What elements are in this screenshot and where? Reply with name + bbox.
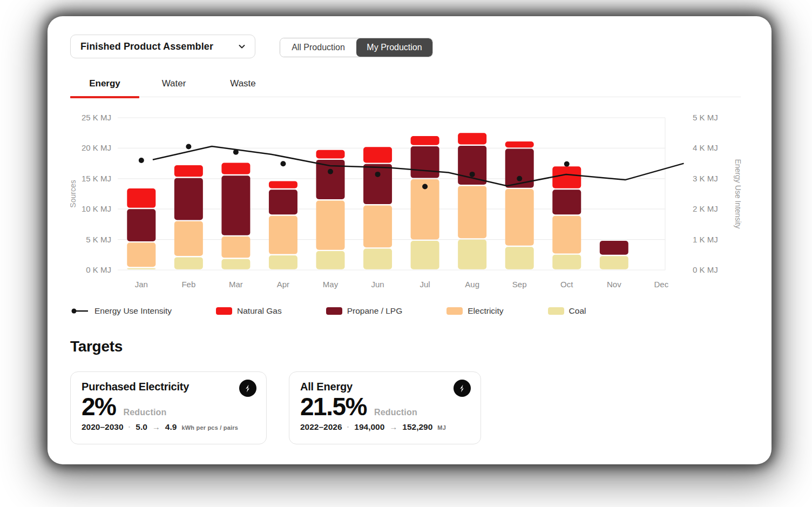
bar-segment-natural-gas[interactable]	[552, 166, 581, 188]
bar-segment-propane-lpg[interactable]	[269, 190, 297, 214]
bar-segment-propane-lpg[interactable]	[127, 209, 155, 241]
bar-segment-coal[interactable]	[221, 259, 250, 269]
target-percent: 2%	[82, 394, 116, 420]
month-label: Sep	[512, 280, 527, 289]
bar-segment-natural-gas[interactable]	[505, 141, 534, 147]
target-from-value: 5.0	[136, 422, 147, 432]
arrow-right-icon: →	[389, 422, 397, 431]
target-card-title: All Energy	[300, 381, 470, 393]
toggle-all-production[interactable]: All Production	[280, 38, 356, 57]
month-label: Dec	[654, 280, 669, 289]
legend-item-propane-lpg[interactable]: Propane / LPG	[326, 306, 403, 316]
bar-segment-electricity[interactable]	[269, 216, 297, 254]
energy-use-intensity-dot	[422, 184, 428, 189]
month-label: Nov	[607, 280, 621, 289]
separator-dot: ·	[128, 423, 131, 431]
bar-segment-propane-lpg[interactable]	[458, 146, 486, 185]
right-axis-tick-label: 4 K MJ	[693, 143, 718, 152]
bar-segment-coal[interactable]	[505, 247, 534, 269]
bar-segment-coal[interactable]	[269, 255, 297, 269]
target-card[interactable]: All Energy 21.5% Reduction 2022–2026 · 1…	[289, 371, 481, 444]
left-axis-tick-label: 20 K MJ	[82, 143, 111, 152]
bar-segment-natural-gas[interactable]	[269, 181, 297, 188]
right-axis-tick-label: 0 K MJ	[693, 265, 718, 274]
bar-segment-coal[interactable]	[316, 251, 345, 269]
right-axis-title: Energy Use Intensity	[734, 159, 742, 228]
bar-segment-coal[interactable]	[174, 257, 203, 269]
bar-segment-electricity[interactable]	[458, 186, 486, 238]
tab-energy[interactable]: Energy	[70, 70, 139, 97]
bar-segment-propane-lpg[interactable]	[174, 178, 203, 220]
lightning-bolt-icon	[454, 380, 471, 397]
bar-segment-coal[interactable]	[552, 255, 581, 269]
month-label: Aug	[465, 280, 479, 289]
left-axis-tick-label: 25 K MJ	[82, 113, 111, 122]
legend-label: Electricity	[468, 306, 503, 316]
production-toggle: All Production My Production	[280, 38, 433, 57]
bar-segment-natural-gas[interactable]	[221, 163, 250, 174]
toggle-my-production[interactable]: My Production	[356, 38, 432, 57]
legend-item-electricity[interactable]: Electricity	[446, 306, 503, 316]
bar-segment-natural-gas[interactable]	[127, 188, 155, 208]
legend-item-coal[interactable]: Coal	[548, 306, 586, 316]
bar-segment-electricity[interactable]	[363, 206, 392, 248]
month-label: Mar	[229, 280, 243, 289]
bar-segment-natural-gas[interactable]	[174, 165, 203, 177]
target-to-value: 4.9	[165, 422, 177, 432]
bar-segment-propane-lpg[interactable]	[411, 146, 439, 178]
energy-use-intensity-dot	[233, 150, 239, 155]
bar-segment-electricity[interactable]	[505, 189, 534, 246]
tab-waste[interactable]: Waste	[208, 70, 278, 97]
bar-segment-propane-lpg[interactable]	[600, 241, 628, 255]
target-percent: 21.5%	[300, 394, 367, 420]
bar-segment-natural-gas[interactable]	[458, 133, 486, 144]
target-card-title: Purchased Electricity	[82, 381, 255, 393]
targets-heading: Targets	[70, 338, 123, 355]
assembler-dropdown[interactable]: Finished Product Assembler	[70, 35, 255, 58]
bar-segment-coal[interactable]	[127, 268, 155, 269]
tab-bar: Energy Water Waste	[70, 70, 741, 97]
legend-item-energy-use-intensity[interactable]: Energy Use Intensity	[70, 306, 172, 316]
target-card[interactable]: Purchased Electricity 2% Reduction 2020–…	[70, 371, 267, 444]
legend-swatch-icon	[326, 307, 342, 315]
left-axis-tick-label: 10 K MJ	[82, 204, 111, 213]
chevron-down-icon	[238, 42, 246, 51]
target-to-value: 152,290	[402, 422, 432, 432]
legend-item-natural-gas[interactable]: Natural Gas	[216, 306, 282, 316]
right-axis-tick-label: 3 K MJ	[693, 174, 718, 183]
dashboard-card: Finished Product Assembler All Productio…	[48, 16, 772, 464]
right-axis-tick-label: 2 K MJ	[693, 204, 718, 213]
energy-use-intensity-dot	[328, 169, 333, 174]
energy-use-intensity-dot	[186, 144, 191, 150]
bar-segment-electricity[interactable]	[221, 236, 250, 258]
bar-segment-electricity[interactable]	[127, 242, 155, 267]
tab-water[interactable]: Water	[139, 70, 208, 97]
legend-label: Propane / LPG	[347, 306, 403, 316]
target-from-value: 194,000	[354, 422, 384, 432]
bar-segment-natural-gas[interactable]	[316, 150, 345, 159]
bar-segment-propane-lpg[interactable]	[363, 164, 392, 204]
target-year-range: 2022–2026	[300, 422, 342, 432]
legend-label: Coal	[569, 306, 586, 316]
bar-segment-propane-lpg[interactable]	[552, 190, 581, 214]
bar-segment-coal[interactable]	[363, 249, 392, 269]
bar-segment-coal[interactable]	[411, 241, 439, 269]
right-axis-tick-label: 5 K MJ	[693, 113, 718, 122]
target-reduction-label: Reduction	[123, 408, 166, 417]
bar-segment-natural-gas[interactable]	[363, 147, 392, 163]
target-unit: kWh per pcs / pairs	[181, 424, 238, 431]
bar-segment-natural-gas[interactable]	[411, 136, 439, 145]
bar-segment-electricity[interactable]	[316, 200, 345, 249]
legend-label: Energy Use Intensity	[94, 306, 172, 316]
left-axis-title: Sources	[70, 180, 77, 207]
bar-segment-propane-lpg[interactable]	[221, 175, 250, 235]
energy-use-intensity-dot	[564, 161, 570, 167]
separator-dot: ·	[347, 423, 350, 431]
bar-segment-electricity[interactable]	[552, 216, 581, 254]
bar-segment-coal[interactable]	[600, 256, 628, 269]
bar-segment-coal[interactable]	[458, 240, 486, 269]
bar-segment-electricity[interactable]	[174, 221, 203, 256]
right-axis-tick-label: 1 K MJ	[693, 235, 718, 244]
left-axis-tick-label: 15 K MJ	[82, 174, 111, 183]
energy-use-intensity-dot	[470, 172, 475, 177]
